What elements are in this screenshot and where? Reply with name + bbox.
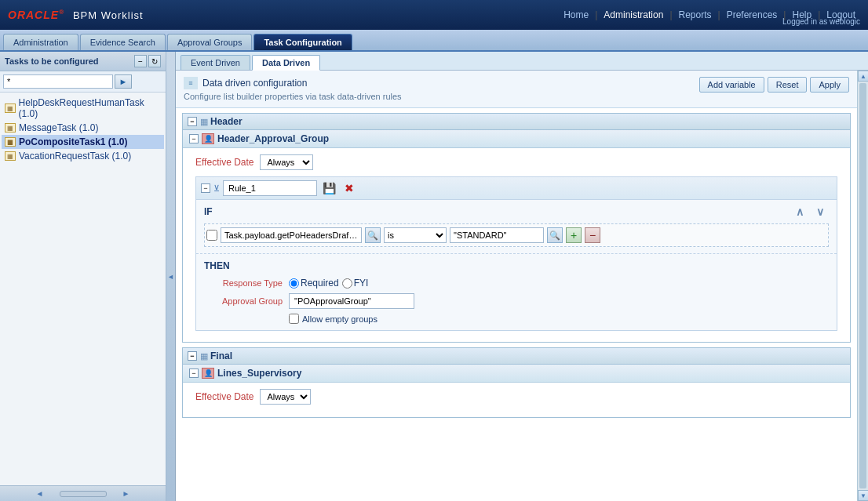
logo-area: ORACLE® BPM Worklist bbox=[8, 9, 144, 21]
section-header-header[interactable]: − ▦ Header bbox=[182, 113, 851, 130]
remove-condition-button[interactable]: − bbox=[585, 227, 600, 243]
list-item[interactable]: ▦ VacationRequestTask (1.0) bbox=[2, 149, 164, 163]
main-layout: Tasks to be configured − ↻ ► ▦ HelpDeskR… bbox=[0, 52, 868, 501]
radio-fyi-input[interactable] bbox=[342, 278, 352, 289]
section-header-final[interactable]: − ▦ Final bbox=[182, 347, 851, 365]
then-label: THEN bbox=[204, 260, 829, 271]
logged-in-text: Logged in as weblogic bbox=[782, 17, 860, 26]
condition-checkbox[interactable] bbox=[206, 230, 217, 241]
effective-date-label: Effective Date bbox=[195, 157, 253, 168]
section-icon: ▦ bbox=[200, 117, 208, 127]
rule-expand-icon[interactable]: ⊻ bbox=[213, 183, 220, 194]
oracle-logo: ORACLE® BPM Worklist bbox=[8, 9, 144, 21]
list-item[interactable]: ▦ MessageTask (1.0) bbox=[2, 121, 164, 135]
if-icons: ∧ ∨ bbox=[791, 205, 829, 219]
final-section: − ▦ Final − 👤 Lines_Supervisory bbox=[182, 347, 851, 418]
config-title-area: ≡ Data driven configuration Configure li… bbox=[184, 77, 402, 101]
radio-required: Required bbox=[289, 278, 339, 289]
scrollable-content: ≡ Data driven configuration Configure li… bbox=[176, 71, 857, 501]
section-body: − 👤 Header_Approval_Group Effective Date… bbox=[182, 130, 851, 343]
final-section-title: Final bbox=[210, 350, 232, 361]
condition-operator-select[interactable]: is is not contains starts with bbox=[384, 227, 447, 243]
if-or-icon[interactable]: ∨ bbox=[811, 205, 829, 219]
radio-required-input[interactable] bbox=[289, 278, 299, 289]
tab-task-configuration[interactable]: Task Configuration bbox=[253, 34, 352, 50]
response-type-label: Response Type bbox=[204, 278, 283, 288]
sidebar-right-arrow[interactable]: ► bbox=[122, 489, 130, 498]
search-go-button[interactable]: ► bbox=[115, 74, 132, 89]
task-icon: ▦ bbox=[5, 137, 16, 147]
scroll-down-button[interactable]: ▼ bbox=[858, 490, 868, 501]
rule-container: − ⊻ 💾 ✖ bbox=[195, 176, 837, 331]
condition-value-input[interactable] bbox=[450, 227, 544, 243]
reset-button[interactable]: Reset bbox=[768, 77, 808, 93]
top-bar: ORACLE® BPM Worklist Home | Administrati… bbox=[0, 0, 868, 30]
condition-field-input[interactable] bbox=[221, 227, 362, 243]
tab-approval-groups[interactable]: Approval Groups bbox=[167, 34, 253, 50]
header-section: − ▦ Header − 👤 Header_Approval_Group bbox=[182, 113, 851, 343]
sidebar-toggle[interactable]: ◄ bbox=[166, 52, 176, 501]
final-group-toggle[interactable]: − bbox=[189, 368, 199, 378]
condition-value-search[interactable]: 🔍 bbox=[547, 227, 563, 243]
effective-date-select[interactable]: Always Never Custom bbox=[260, 154, 313, 170]
add-condition-button[interactable]: + bbox=[566, 227, 582, 243]
tab-administration[interactable]: Administration bbox=[3, 34, 78, 50]
final-group-header[interactable]: − 👤 Lines_Supervisory bbox=[183, 365, 850, 383]
task-icon: ▦ bbox=[5, 151, 16, 161]
task-icon: ▦ bbox=[5, 103, 16, 113]
then-section: THEN Response Type Required bbox=[196, 254, 837, 330]
nav-administration[interactable]: Administration bbox=[599, 8, 668, 22]
section-toggle[interactable]: − bbox=[188, 117, 197, 126]
allow-empty-groups-checkbox[interactable] bbox=[289, 314, 299, 324]
group-header[interactable]: − 👤 Header_Approval_Group bbox=[183, 130, 850, 148]
sidebar-collapse-btn[interactable]: − bbox=[134, 55, 147, 67]
final-group-name: Lines_Supervisory bbox=[217, 368, 301, 379]
sidebar-icons: − ↻ bbox=[134, 55, 161, 67]
scroll-up-button[interactable]: ▲ bbox=[858, 71, 868, 82]
task-label: HelpDeskRequestHumanTask (1.0) bbox=[19, 97, 161, 119]
list-item-selected[interactable]: ▦ PoCompositeTask1 (1.0) bbox=[2, 135, 164, 149]
final-effective-date-select[interactable]: Always bbox=[260, 389, 311, 405]
sidebar-bottom: ◄ ► bbox=[0, 485, 166, 501]
sub-tabs: Event Driven Data Driven bbox=[176, 52, 868, 71]
add-variable-button[interactable]: Add variable bbox=[699, 77, 764, 93]
section-title: Header bbox=[210, 116, 243, 127]
tab-evidence-search[interactable]: Evidence Search bbox=[80, 34, 166, 50]
sidebar-refresh-btn[interactable]: ↻ bbox=[148, 55, 161, 67]
right-scrollbar: ▲ ▼ bbox=[857, 71, 868, 501]
if-label: IF ∧ ∨ bbox=[204, 205, 829, 219]
sidebar-title: Tasks to be configured bbox=[5, 56, 99, 66]
rule-toggle[interactable]: − bbox=[201, 183, 210, 193]
final-effective-date-label: Effective Date bbox=[195, 391, 253, 402]
rule-header: − ⊻ 💾 ✖ bbox=[196, 177, 837, 200]
if-and-icon[interactable]: ∧ bbox=[791, 205, 808, 219]
rule-name-input[interactable] bbox=[223, 180, 317, 196]
sidebar-left-arrow[interactable]: ◄ bbox=[36, 489, 44, 498]
rule-save-button[interactable]: 💾 bbox=[320, 180, 337, 196]
config-title: ≡ Data driven configuration bbox=[184, 77, 402, 89]
radio-required-label: Required bbox=[301, 278, 339, 289]
group-toggle[interactable]: − bbox=[189, 134, 199, 143]
search-input[interactable] bbox=[3, 74, 113, 89]
apply-button[interactable]: Apply bbox=[810, 77, 849, 93]
radio-fyi: FYI bbox=[342, 278, 369, 289]
nav-reports[interactable]: Reports bbox=[674, 8, 717, 22]
sub-tab-event-driven[interactable]: Event Driven bbox=[181, 55, 250, 70]
tab-bar: Administration Evidence Search Approval … bbox=[0, 30, 868, 52]
final-section-icon: ▦ bbox=[200, 351, 208, 361]
sidebar-header: Tasks to be configured − ↻ bbox=[0, 52, 166, 71]
nav-home[interactable]: Home bbox=[559, 8, 593, 22]
allow-empty-groups-label: Allow empty groups bbox=[302, 314, 377, 324]
sub-tab-data-driven[interactable]: Data Driven bbox=[252, 55, 320, 71]
final-section-toggle[interactable]: − bbox=[188, 351, 197, 361]
approval-group-input[interactable] bbox=[289, 293, 414, 309]
condition-field-search[interactable]: 🔍 bbox=[365, 227, 381, 243]
nav-preferences[interactable]: Preferences bbox=[722, 8, 782, 22]
radio-fyi-label: FYI bbox=[354, 278, 369, 289]
final-effective-date-row: Effective Date Always bbox=[195, 389, 837, 405]
sidebar-tree: ▦ HelpDeskRequestHumanTask (1.0) ▦ Messa… bbox=[0, 93, 166, 485]
list-item[interactable]: ▦ HelpDeskRequestHumanTask (1.0) bbox=[2, 96, 164, 121]
scroll-thumb[interactable] bbox=[859, 83, 866, 488]
rule-delete-button[interactable]: ✖ bbox=[341, 180, 358, 196]
approval-group-row: Approval Group bbox=[204, 293, 829, 309]
